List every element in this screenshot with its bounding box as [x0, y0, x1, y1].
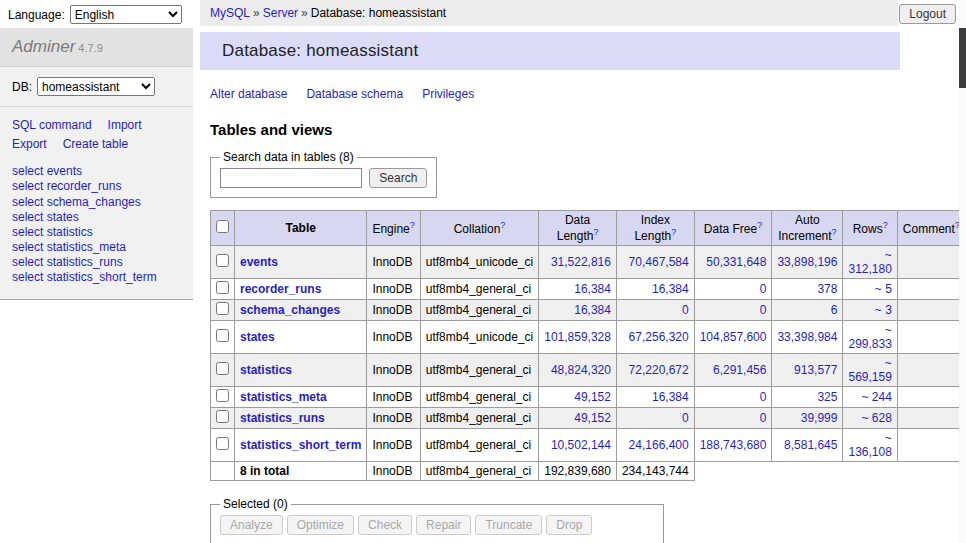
- data-length-link[interactable]: 10,502,144: [551, 438, 611, 452]
- data-free-link[interactable]: 188,743,680: [700, 438, 767, 452]
- db-select[interactable]: homeassistant: [37, 77, 155, 96]
- data-free-link[interactable]: 0: [760, 303, 767, 317]
- row-checkbox[interactable]: [216, 281, 229, 294]
- truncate-button[interactable]: Truncate: [475, 515, 542, 535]
- help-icon[interactable]: ?: [593, 227, 598, 237]
- rows-link[interactable]: ~ 628: [861, 411, 891, 425]
- table-name-link[interactable]: statistics_meta: [240, 390, 327, 404]
- sidebar-import-link[interactable]: Import: [108, 118, 142, 132]
- rows-link[interactable]: ~ 299,833: [848, 323, 891, 351]
- rows-link[interactable]: ~ 3: [875, 303, 892, 317]
- sidebar-link-select-statistics-short-term[interactable]: select statistics_short_term: [12, 270, 157, 284]
- sidebar-link-select-statistics-runs[interactable]: select statistics_runs: [12, 255, 123, 269]
- row-checkbox[interactable]: [216, 410, 229, 423]
- index-length-link[interactable]: 24,166,400: [629, 438, 689, 452]
- sidebar-link-select-statistics-meta[interactable]: select statistics_meta: [12, 240, 126, 254]
- data-free-link[interactable]: 104,857,600: [700, 330, 767, 344]
- auto-increment-link[interactable]: 8,581,645: [784, 438, 837, 452]
- index-length-link[interactable]: 16,384: [652, 282, 689, 296]
- data-free-link[interactable]: 0: [760, 390, 767, 404]
- database-schema-link[interactable]: Database schema: [306, 87, 403, 101]
- auto-increment-link[interactable]: 33,398,984: [777, 330, 837, 344]
- rows-link[interactable]: ~ 5: [875, 282, 892, 296]
- analyze-button[interactable]: Analyze: [220, 515, 283, 535]
- help-icon[interactable]: ?: [500, 220, 505, 230]
- sidebar-link-select-recorder-runs[interactable]: select recorder_runs: [12, 179, 121, 193]
- help-icon[interactable]: ?: [410, 220, 415, 230]
- index-length-link[interactable]: 70,467,584: [629, 255, 689, 269]
- help-icon[interactable]: ?: [832, 227, 837, 237]
- auto-increment-link[interactable]: 378: [817, 282, 837, 296]
- check-button[interactable]: Check: [358, 515, 412, 535]
- alter-database-link[interactable]: Alter database: [210, 87, 287, 101]
- sidebar-link-select-schema-changes[interactable]: select schema_changes: [12, 195, 141, 209]
- auto-increment-link[interactable]: 6: [831, 303, 838, 317]
- logout-button[interactable]: Logout: [899, 4, 956, 24]
- rows-link[interactable]: ~ 569,159: [848, 356, 891, 384]
- list-item: select schema_changes: [12, 195, 193, 210]
- drop-button[interactable]: Drop: [546, 515, 592, 535]
- help-icon[interactable]: ?: [757, 220, 762, 230]
- index-length-link[interactable]: 0: [682, 411, 689, 425]
- sidebar-sql-command-link[interactable]: SQL command: [12, 118, 92, 132]
- index-length-link[interactable]: 67,256,320: [629, 330, 689, 344]
- optimize-button[interactable]: Optimize: [287, 515, 354, 535]
- data-length-link[interactable]: 49,152: [574, 390, 611, 404]
- row-checkbox[interactable]: [216, 437, 229, 450]
- data-free-link[interactable]: 0: [760, 282, 767, 296]
- cell-checkbox-empty: [211, 462, 235, 481]
- cell-data-length: 49,152: [539, 408, 617, 429]
- table-name-link[interactable]: statistics: [240, 363, 292, 377]
- data-length-link[interactable]: 31,522,816: [551, 255, 611, 269]
- data-length-link[interactable]: 48,824,320: [551, 363, 611, 377]
- table-name-link[interactable]: states: [240, 330, 275, 344]
- auto-increment-link[interactable]: 33,898,196: [777, 255, 837, 269]
- select-all-checkbox[interactable]: [216, 220, 229, 233]
- table-name-link[interactable]: statistics_runs: [240, 411, 325, 425]
- index-length-link[interactable]: 72,220,672: [629, 363, 689, 377]
- language-select[interactable]: English: [70, 5, 182, 24]
- rows-link[interactable]: ~ 312,180: [848, 248, 891, 276]
- repair-button[interactable]: Repair: [416, 515, 471, 535]
- sidebar-link-select-states[interactable]: select states: [12, 210, 79, 224]
- table-name-link[interactable]: events: [240, 255, 278, 269]
- index-length-link[interactable]: 16,384: [652, 390, 689, 404]
- row-checkbox[interactable]: [216, 329, 229, 342]
- row-checkbox[interactable]: [216, 362, 229, 375]
- table-name-link[interactable]: recorder_runs: [240, 282, 321, 296]
- help-icon[interactable]: ?: [883, 220, 888, 230]
- data-length-link[interactable]: 16,384: [574, 282, 611, 296]
- rows-link[interactable]: ~ 136,108: [848, 431, 891, 459]
- table-name-link[interactable]: schema_changes: [240, 303, 340, 317]
- row-checkbox[interactable]: [216, 302, 229, 315]
- column-header-comment: Comment?: [897, 211, 965, 246]
- index-length-link[interactable]: 0: [682, 303, 689, 317]
- sidebar-create-table-link[interactable]: Create table: [63, 137, 128, 151]
- row-checkbox[interactable]: [216, 254, 229, 267]
- scrollbar-thumb[interactable]: [959, 28, 966, 88]
- data-free-link[interactable]: 0: [760, 411, 767, 425]
- list-item: select statistics: [12, 225, 193, 240]
- breadcrumb-mysql-link[interactable]: MySQL: [210, 6, 250, 20]
- data-length-link[interactable]: 16,384: [574, 303, 611, 317]
- search-button[interactable]: Search: [369, 168, 427, 188]
- cell-auto-increment: 378: [772, 279, 843, 300]
- sidebar-link-select-statistics[interactable]: select statistics: [12, 225, 93, 239]
- auto-increment-link[interactable]: 913,577: [794, 363, 837, 377]
- search-input[interactable]: [220, 168, 362, 188]
- data-free-link[interactable]: 50,331,648: [706, 255, 766, 269]
- privileges-link[interactable]: Privileges: [422, 87, 474, 101]
- data-length-link[interactable]: 101,859,328: [544, 330, 611, 344]
- auto-increment-link[interactable]: 325: [817, 390, 837, 404]
- auto-increment-link[interactable]: 39,999: [801, 411, 838, 425]
- table-name-link[interactable]: statistics_short_term: [240, 438, 361, 452]
- cell-checkbox: [211, 387, 235, 408]
- help-icon[interactable]: ?: [671, 227, 676, 237]
- data-length-link[interactable]: 49,152: [574, 411, 611, 425]
- data-free-link[interactable]: 6,291,456: [713, 363, 766, 377]
- row-checkbox[interactable]: [216, 389, 229, 402]
- sidebar-export-link[interactable]: Export: [12, 137, 47, 151]
- rows-link[interactable]: ~ 244: [861, 390, 891, 404]
- sidebar-link-select-events[interactable]: select events: [12, 164, 82, 178]
- breadcrumb-server-link[interactable]: Server: [263, 6, 298, 20]
